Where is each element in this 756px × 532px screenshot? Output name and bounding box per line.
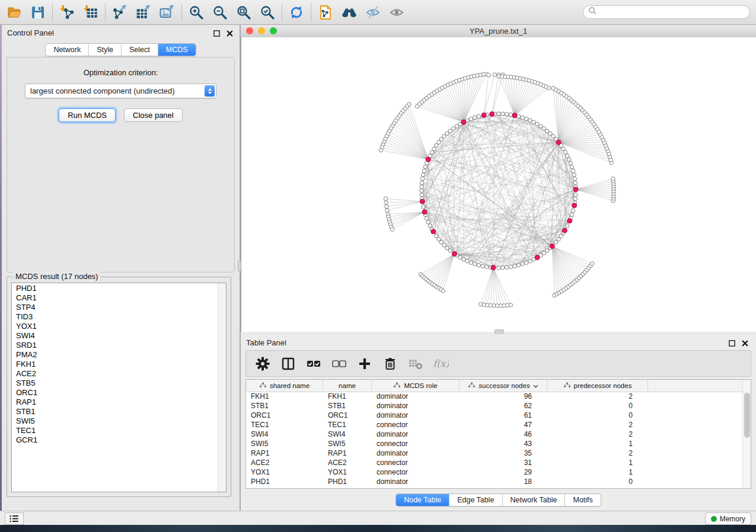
cell-predecessor-nodes: 0 (547, 477, 648, 486)
export-network-icon[interactable] (111, 4, 128, 21)
save-icon[interactable] (30, 4, 46, 21)
column-header-MCDS-role[interactable]: MCDS role (372, 380, 460, 392)
open-icon[interactable] (6, 4, 23, 21)
cell-successor-nodes: 31 (460, 459, 547, 467)
criterion-dropdown[interactable]: largest connected component (undirected) (25, 84, 216, 98)
cell-successor-nodes: 18 (460, 477, 547, 486)
run-mcds-button[interactable]: Run MCDS (59, 108, 116, 122)
result-node[interactable]: GCR1 (12, 435, 218, 445)
cell-successor-nodes: 29 (460, 468, 547, 476)
tab-style[interactable]: Style (88, 44, 121, 56)
column-header-predecessor-nodes[interactable]: predecessor nodes (547, 380, 648, 392)
table-row[interactable]: ORC1ORC1dominator610 (246, 411, 743, 420)
result-node[interactable]: SWI4 (12, 331, 218, 341)
show-all-icon[interactable] (388, 4, 405, 21)
table-tab-network-table[interactable]: Network Table (502, 494, 565, 506)
cell-predecessor-nodes: 2 (547, 449, 648, 457)
cell-predecessor-nodes: 1 (547, 468, 648, 476)
refresh-icon[interactable] (288, 4, 305, 21)
result-node[interactable]: CAR1 (12, 293, 218, 303)
import-table-icon[interactable] (82, 4, 99, 21)
column-header-shared-name[interactable]: shared name (246, 380, 323, 392)
table-row[interactable]: RAP1RAP1dominator352 (246, 448, 743, 458)
table-row[interactable]: PHD1PHD1dominator180 (246, 477, 743, 486)
result-node[interactable]: STP4 (12, 303, 218, 312)
result-node[interactable]: TID3 (12, 312, 218, 322)
table-panel: Table Panel f(x) shared namenameMCDS rol… (241, 334, 756, 511)
table-row[interactable]: SWI5SWI5connector431 (246, 439, 743, 448)
mcds-result-list[interactable]: PHD1CAR1STP4TID3YOX1SWI4SRD1PMA2FKH1ACE2… (11, 283, 227, 492)
zoom-fit-icon[interactable] (235, 4, 252, 21)
network-area: YPA_prune.txt_1 Table Panel f(x) shared … (241, 25, 756, 511)
mcds-tab-content: Optimization criterion: largest connecte… (7, 57, 235, 273)
network-graph[interactable] (241, 37, 755, 331)
column-type-icon (259, 382, 267, 389)
result-node[interactable]: ORC1 (12, 388, 218, 398)
result-node[interactable]: STB5 (12, 379, 218, 388)
table-tab-motifs[interactable]: Motifs (564, 494, 600, 506)
table-row[interactable]: STB1STB1dominator620 (246, 401, 743, 411)
import-network-icon[interactable] (59, 4, 75, 21)
deselect-all-icon[interactable] (331, 356, 347, 371)
hide-selected-icon[interactable] (365, 4, 381, 21)
search-box[interactable] (583, 5, 750, 19)
table-row[interactable]: ACE2ACE2connector311 (246, 458, 743, 467)
task-history-button[interactable] (5, 512, 24, 525)
table-tab-edge-table[interactable]: Edge Table (449, 494, 502, 506)
float-table-panel-icon[interactable] (728, 339, 736, 350)
optimization-criterion-label: Optimization criterion: (7, 68, 234, 77)
result-node[interactable]: ACE2 (12, 369, 218, 379)
table-row[interactable]: TEC1TEC1connector472 (246, 420, 743, 430)
zoom-selected-icon[interactable] (259, 4, 276, 21)
zoom-out-icon[interactable] (212, 4, 228, 21)
table-row[interactable]: SWI4SWI4dominator462 (246, 430, 743, 439)
cell-shared-name: YOX1 (246, 468, 323, 476)
network-window-titlebar[interactable]: YPA_prune.txt_1 (241, 25, 756, 38)
column-header-name[interactable]: name (323, 380, 372, 392)
delete-icon[interactable] (382, 356, 398, 371)
close-panel-button[interactable]: Close panel (124, 108, 183, 122)
result-node[interactable]: RAP1 (12, 398, 218, 407)
table-scrollbar-thumb[interactable] (744, 393, 750, 438)
result-node[interactable]: YOX1 (12, 322, 218, 331)
control-panel: Control Panel NetworkStyleSelectMCDS Opt… (2, 25, 240, 511)
memory-button[interactable]: Memory (705, 512, 751, 525)
table-row[interactable]: FKH1FKH1dominator962 (246, 392, 743, 401)
table-tab-node-table[interactable]: Node Table (396, 494, 449, 506)
result-node[interactable]: PHD1 (12, 284, 218, 293)
close-panel-icon[interactable] (226, 29, 234, 40)
tab-select[interactable]: Select (121, 44, 158, 56)
search-input[interactable] (599, 8, 745, 17)
cell-MCDS-role: connector (372, 440, 460, 448)
cell-name: SWI5 (323, 440, 372, 448)
close-table-panel-icon[interactable] (741, 339, 749, 350)
result-node[interactable]: STB1 (12, 407, 218, 416)
result-node[interactable]: SWI5 (12, 416, 218, 426)
table-row[interactable]: YOX1YOX1connector291 (246, 467, 743, 477)
zoom-in-icon[interactable] (188, 4, 205, 21)
node-table[interactable]: shared namenameMCDS rolesuccessor nodesp… (245, 379, 751, 489)
tab-network[interactable]: Network (46, 44, 88, 56)
tab-mcds[interactable]: MCDS (158, 44, 196, 56)
add-icon[interactable] (357, 356, 372, 371)
app-window: Control Panel NetworkStyleSelectMCDS Opt… (0, 0, 756, 532)
first-neighbors-icon[interactable] (341, 4, 358, 21)
result-node[interactable]: FKH1 (12, 360, 218, 369)
new-network-from-selection-icon[interactable] (317, 4, 334, 21)
result-list-scrollbar[interactable] (218, 283, 226, 492)
result-node[interactable]: PMA2 (12, 350, 218, 360)
result-node[interactable]: TEC1 (12, 426, 218, 435)
columns-icon[interactable] (280, 356, 296, 371)
float-panel-icon[interactable] (213, 29, 221, 40)
cell-shared-name: PHD1 (246, 477, 323, 486)
gear-icon[interactable] (255, 356, 270, 371)
column-header-successor-nodes[interactable]: successor nodes (460, 380, 547, 392)
network-canvas[interactable] (241, 37, 756, 332)
table-scrollbar[interactable] (742, 380, 751, 488)
toolbar-separator (52, 4, 53, 21)
result-node[interactable]: SRD1 (12, 341, 218, 350)
status-bar: Memory (0, 511, 756, 525)
export-image-icon[interactable] (159, 4, 176, 21)
select-all-icon[interactable] (306, 356, 321, 371)
export-table-icon[interactable] (135, 4, 152, 21)
